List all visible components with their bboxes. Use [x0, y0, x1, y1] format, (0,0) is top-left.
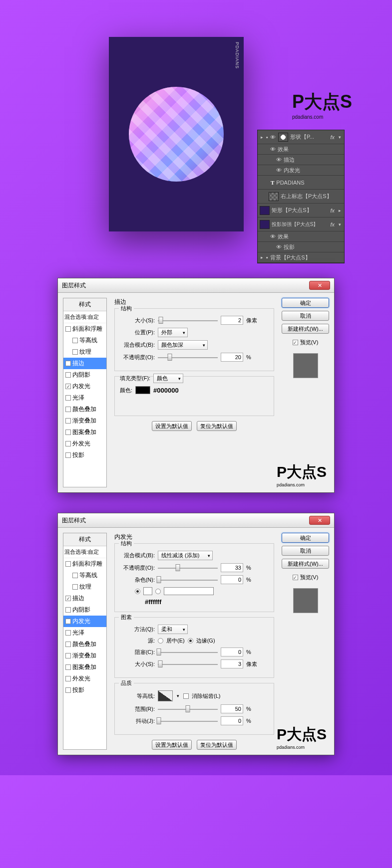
checkbox[interactable]	[65, 687, 71, 693]
layer-row-shadowboost[interactable]: 投影加强【P大点S】 fx ▾	[258, 217, 344, 231]
layer-row-rect[interactable]: 矩形【P大点S】 fx ▸	[258, 204, 344, 217]
new-style-button[interactable]: 新建样式(W)...	[282, 559, 329, 569]
opacity-slider[interactable]	[158, 353, 218, 361]
style-item-gradientoverlay[interactable]: 渐变叠加	[63, 650, 106, 661]
choke-slider[interactable]	[158, 648, 218, 656]
checkbox[interactable]	[65, 619, 71, 624]
dialog-titlebar[interactable]: 图层样式 ✕	[58, 513, 334, 528]
expand-icon[interactable]: ▸	[260, 135, 264, 140]
range-input[interactable]	[221, 704, 243, 713]
checkbox[interactable]	[65, 384, 71, 389]
style-item-outerglow[interactable]: 外发光	[63, 438, 106, 449]
opacity-input[interactable]	[221, 353, 243, 362]
antialias-checkbox[interactable]	[183, 693, 189, 699]
fx-icon[interactable]: fx	[330, 208, 336, 214]
opacity-input[interactable]	[221, 563, 243, 572]
visibility-icon[interactable]: 👁	[270, 233, 276, 239]
source-center-radio[interactable]	[158, 638, 163, 644]
style-item-bevel[interactable]: 斜面和浮雕	[63, 323, 106, 335]
checkbox[interactable]	[293, 575, 298, 580]
dialog-titlebar[interactable]: 图层样式 ✕	[58, 278, 334, 293]
expand-icon[interactable]: ▸	[260, 255, 264, 260]
checkbox[interactable]	[65, 607, 71, 613]
preview-checkbox-row[interactable]: 预览(V)	[282, 339, 329, 346]
collapse-icon[interactable]: ▾	[338, 222, 342, 227]
blendmode-dropdown[interactable]: 颜色加深	[158, 340, 208, 350]
layer-row-stroke-effect[interactable]: 👁 描边	[258, 155, 344, 165]
collapse-icon[interactable]: ▸	[338, 208, 342, 213]
checkbox[interactable]	[65, 430, 71, 435]
reset-default-button[interactable]: 复位为默认值	[197, 740, 237, 750]
ok-button[interactable]: 确定	[282, 298, 329, 308]
style-item-outerglow[interactable]: 外发光	[63, 673, 106, 684]
source-edge-radio[interactable]	[188, 638, 193, 644]
checkbox[interactable]	[65, 676, 71, 681]
set-default-button[interactable]: 设置为默认值	[152, 740, 192, 750]
filltype-dropdown[interactable]: 颜色	[153, 374, 183, 383]
contour-picker[interactable]	[158, 690, 173, 701]
style-item-contour[interactable]: 等高线	[63, 335, 106, 346]
range-slider[interactable]	[158, 705, 218, 713]
jitter-slider[interactable]	[158, 717, 218, 725]
close-button[interactable]: ✕	[309, 516, 330, 525]
jitter-input[interactable]	[221, 716, 243, 725]
style-item-contour[interactable]: 等高线	[63, 570, 106, 581]
color-radio[interactable]	[135, 589, 140, 594]
layers-panel[interactable]: ▸ ▪ 👁 形状【P... fx ▾ 👁 效果 👁 描边 👁 内发光 T PDA…	[257, 130, 345, 263]
size-input[interactable]	[221, 659, 243, 668]
cancel-button[interactable]: 取消	[282, 546, 329, 556]
checkbox[interactable]	[65, 452, 71, 458]
style-item-stroke[interactable]: 描边	[63, 593, 106, 604]
style-item-innerglow[interactable]: 内发光	[63, 381, 106, 392]
style-item-coloroverlay[interactable]: 颜色叠加	[63, 639, 106, 650]
checkbox[interactable]	[72, 349, 78, 355]
fx-icon[interactable]: fx	[330, 134, 336, 140]
style-item-dropshadow[interactable]: 投影	[63, 684, 106, 696]
gradient-swatch[interactable]	[164, 587, 214, 595]
checkbox[interactable]	[65, 561, 71, 567]
checkbox[interactable]	[65, 418, 71, 424]
layer-row-shape[interactable]: ▸ ▪ 👁 形状【P... fx ▾	[258, 130, 344, 144]
checkbox[interactable]	[65, 361, 71, 366]
checkbox[interactable]	[65, 642, 71, 647]
noise-input[interactable]	[221, 575, 243, 584]
checkbox[interactable]	[65, 326, 71, 332]
layer-row-innerglow-effect[interactable]: 👁 内发光	[258, 165, 344, 176]
layer-row-bg[interactable]: ▸ ▪ 背景【P大点S】	[258, 252, 344, 263]
visibility-icon[interactable]: 👁	[270, 146, 276, 152]
style-item-satin[interactable]: 光泽	[63, 627, 106, 639]
ok-button[interactable]: 确定	[282, 533, 329, 543]
checkbox[interactable]	[65, 407, 71, 412]
set-default-button[interactable]: 设置为默认值	[152, 421, 192, 431]
layer-row-shadow-effect[interactable]: 👁 投影	[258, 242, 344, 252]
style-item-satin[interactable]: 光泽	[63, 392, 106, 404]
checkbox[interactable]	[65, 653, 71, 658]
checkbox[interactable]	[72, 573, 78, 578]
checkbox[interactable]	[65, 596, 71, 601]
layer-row-logo[interactable]: 右上标志【P大点S】	[258, 190, 344, 204]
noise-slider[interactable]	[158, 576, 218, 584]
layer-row-text[interactable]: T PDADIANS	[258, 176, 344, 190]
style-item-innershadow[interactable]: 内阴影	[63, 369, 106, 381]
new-style-button[interactable]: 新建样式(W)...	[282, 324, 329, 334]
gradient-radio[interactable]	[155, 589, 161, 594]
cancel-button[interactable]: 取消	[282, 311, 329, 321]
visibility-icon[interactable]: 👁	[276, 157, 282, 163]
style-item-texture[interactable]: 纹理	[63, 346, 106, 358]
position-dropdown[interactable]: 外部	[158, 328, 188, 337]
style-item-dropshadow[interactable]: 投影	[63, 449, 106, 461]
choke-input[interactable]	[221, 648, 243, 656]
blend-options-item[interactable]: 混合选项:自定	[63, 546, 106, 558]
blend-options-item[interactable]: 混合选项:自定	[63, 311, 106, 323]
blendmode-dropdown[interactable]: 线性减淡 (添加)	[158, 551, 213, 560]
opacity-slider[interactable]	[158, 564, 218, 572]
style-item-patternoverlay[interactable]: 图案叠加	[63, 427, 106, 438]
color-swatch[interactable]	[143, 587, 152, 595]
visibility-icon[interactable]: 👁	[270, 134, 276, 140]
size-input[interactable]	[221, 316, 243, 325]
visibility-icon[interactable]: 👁	[276, 244, 282, 250]
color-swatch[interactable]	[135, 386, 150, 394]
checkbox[interactable]	[293, 340, 298, 345]
style-item-stroke[interactable]: 描边	[63, 358, 106, 369]
style-item-bevel[interactable]: 斜面和浮雕	[63, 558, 106, 570]
